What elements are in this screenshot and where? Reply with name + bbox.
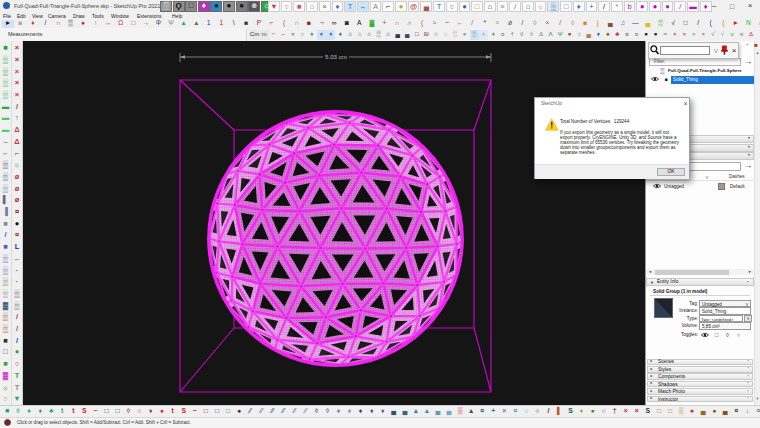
svg-text:5.03 cm: 5.03 cm	[325, 53, 347, 60]
